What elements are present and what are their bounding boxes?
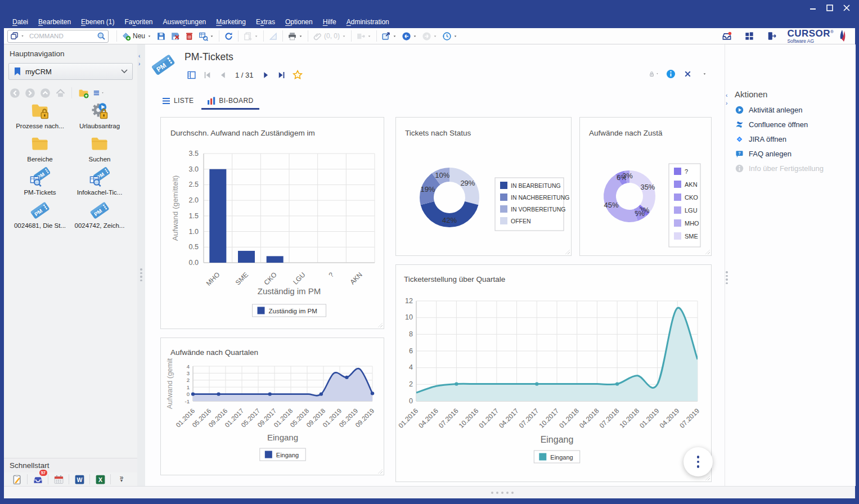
last-record-button[interactable] xyxy=(276,69,287,80)
main-content: PM PM-Tickets 1 / 31 LISTE BI-BOARD Durc… xyxy=(145,44,725,486)
menu-item-datei[interactable]: Datei xyxy=(7,17,33,27)
close-options-caret[interactable] xyxy=(699,68,710,79)
next-record-button[interactable] xyxy=(260,69,272,80)
tab-bi-board[interactable]: BI-BOARD xyxy=(200,93,260,110)
info-button[interactable] xyxy=(665,68,676,79)
quick-overflow-button[interactable]: »▾ xyxy=(114,473,128,485)
svg-text:Aufwand (gemit: Aufwand (gemit xyxy=(165,358,174,409)
svg-text:?: ? xyxy=(327,271,335,279)
command-search-button[interactable] xyxy=(95,29,108,43)
svg-text:01.2019: 01.2019 xyxy=(638,407,661,430)
svg-text:01.2018: 01.2018 xyxy=(557,407,581,430)
svg-text:Aufwand (gemittelt): Aufwand (gemittelt) xyxy=(171,176,179,241)
menu-item-hilfe[interactable]: Hilfe xyxy=(318,17,341,27)
quick-word-button[interactable]: W xyxy=(72,473,87,485)
sidebar-item-urlaubsantrag[interactable]: Urlaubsantrag xyxy=(70,101,129,129)
form-view-button[interactable] xyxy=(186,69,197,80)
search-records-button[interactable] xyxy=(196,29,217,43)
menu-item-optionen[interactable]: Optionen xyxy=(280,17,318,27)
sidebar-splitter[interactable]: ‹ › xyxy=(137,44,145,486)
print-button[interactable] xyxy=(285,29,305,43)
panel-collapse-icon[interactable]: ‹ xyxy=(726,93,727,98)
refresh-button[interactable] xyxy=(222,29,236,43)
collapse-left-icon[interactable]: ‹ xyxy=(138,53,140,59)
svg-text:8: 8 xyxy=(409,330,413,338)
command-input[interactable] xyxy=(27,33,95,39)
apps-button[interactable] xyxy=(742,29,757,43)
delete-button[interactable] xyxy=(182,29,196,43)
window-selector-button[interactable] xyxy=(8,29,27,43)
copy-add-icon xyxy=(242,31,253,42)
notifications-button[interactable] xyxy=(719,29,734,43)
action-aktivit-t-anlegen[interactable]: Aktivität anlegen xyxy=(735,105,802,115)
save-button[interactable] xyxy=(154,29,168,43)
bottom-splitter[interactable] xyxy=(4,486,855,498)
previous-record-button[interactable] xyxy=(217,69,228,80)
close-button[interactable] xyxy=(842,3,851,12)
tab-liste[interactable]: LISTE xyxy=(155,93,200,110)
next-icon xyxy=(260,70,271,80)
sidebar-item-0024681-die-st[interactable]: PM0024681, Die St... xyxy=(10,200,70,229)
first-record-button[interactable] xyxy=(201,69,213,80)
favorite-button[interactable] xyxy=(292,69,303,80)
nav-back-button xyxy=(8,87,21,99)
dropdown-caret-icon xyxy=(392,33,398,39)
menu-item-ebenen-1[interactable]: Ebenen (1) xyxy=(76,17,119,27)
menu-item-bearbeiten[interactable]: Bearbeiten xyxy=(33,17,76,27)
dropdown-caret-icon xyxy=(452,33,458,39)
svg-text:12: 12 xyxy=(405,297,413,305)
expand-right-icon[interactable]: › xyxy=(138,61,140,67)
chart-legend[interactable]: Zuständig im PM xyxy=(253,304,326,317)
quick-excel-button[interactable]: X xyxy=(93,473,107,485)
discard-record-button[interactable] xyxy=(168,29,182,43)
chart-legend[interactable]: ?AKNCKOLGUMHOSME xyxy=(669,164,700,247)
close-record-button[interactable] xyxy=(682,68,693,79)
maximize-button[interactable] xyxy=(825,3,834,12)
bottom-splitter-handle[interactable] xyxy=(491,492,514,494)
page-title: PM-Tickets xyxy=(185,51,233,63)
menu-item-auswertungen[interactable]: Auswertungen xyxy=(158,17,212,27)
splitter-handle[interactable] xyxy=(140,267,142,283)
sidebar-item-infokachel-tic[interactable]: PMInfokachel-Tic... xyxy=(70,167,129,196)
menu-item-extras[interactable]: Extras xyxy=(251,17,280,27)
logout-button[interactable] xyxy=(764,29,779,43)
panel-splitter-handle[interactable] xyxy=(726,269,728,286)
navigate-back-button[interactable] xyxy=(399,29,420,43)
setsquare-icon xyxy=(268,31,278,42)
action-confluence-ffnen[interactable]: Confluence öffnen xyxy=(735,120,808,129)
action-jira-ffnen[interactable]: JIRA öffnen xyxy=(735,134,786,144)
calendar-icon xyxy=(53,474,65,485)
history-button[interactable] xyxy=(440,29,460,43)
workspace-selector[interactable]: myCRM xyxy=(8,63,133,80)
chart-legend[interactable]: IN BEARBEITUNGIN NACHBEREITUNGIN VORBERE… xyxy=(495,178,569,231)
svg-text:IN VORBEREITUNG: IN VORBEREITUNG xyxy=(511,206,565,213)
sidebar-item-suchen[interactable]: Suchen xyxy=(70,134,129,163)
svg-text:3.0: 3.0 xyxy=(189,165,199,173)
tiles-icon xyxy=(744,30,755,42)
svg-text:Zuständig im PM: Zuständig im PM xyxy=(269,308,317,314)
chart-more-button[interactable] xyxy=(683,447,713,476)
quick-inbox-button[interactable]: 57 xyxy=(30,473,45,485)
minimize-button[interactable] xyxy=(808,3,817,12)
chart-legend[interactable]: Eingang xyxy=(260,448,305,461)
view-menu-button[interactable] xyxy=(92,87,105,99)
quick-notes-button[interactable] xyxy=(10,473,24,485)
menu-item-favoriten[interactable]: Favoriten xyxy=(119,17,158,27)
chart-legend[interactable]: Eingang xyxy=(534,451,579,463)
action-info-ber-fertigstellung: Info über Fertigstellung xyxy=(735,164,824,173)
share-button[interactable] xyxy=(379,29,399,43)
menu-item-marketing[interactable]: Marketing xyxy=(211,17,251,27)
sidebar-item-pm-tickets[interactable]: PMPM-Tickets xyxy=(10,167,70,196)
sidebar-item-bereiche[interactable]: Bereiche xyxy=(10,134,70,163)
panel-expand-icon[interactable]: › xyxy=(726,101,727,106)
action-faq-anlegen[interactable]: ?FAQ anlegen xyxy=(735,149,791,159)
new-folder-button[interactable] xyxy=(77,87,89,99)
svg-text:?: ? xyxy=(738,151,740,156)
quick-calendar-button[interactable] xyxy=(51,473,66,485)
lock-record-button[interactable] xyxy=(648,68,659,79)
menu-item-administration[interactable]: Administration xyxy=(341,17,394,27)
sidebar-item-prozesse-nach[interactable]: Prozesse nach... xyxy=(10,101,70,129)
svg-text:0.5: 0.5 xyxy=(189,243,199,251)
new-record-button[interactable]: Neu xyxy=(119,29,154,43)
sidebar-item-0024742-zeich[interactable]: PM0024742, Zeich... xyxy=(70,200,129,229)
